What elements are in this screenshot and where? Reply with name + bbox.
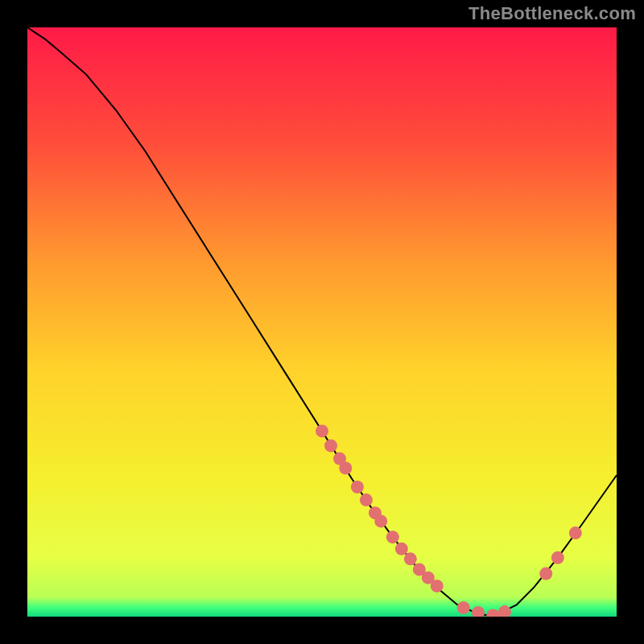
data-marker — [404, 552, 417, 565]
chart-container: TheBottleneck.com — [0, 0, 644, 644]
data-marker — [316, 424, 328, 437]
data-marker — [395, 543, 408, 555]
watermark: TheBottleneck.com — [469, 3, 636, 24]
data-marker — [386, 530, 399, 543]
data-marker — [457, 601, 470, 614]
data-marker — [324, 440, 337, 452]
data-marker — [374, 514, 387, 527]
data-marker — [351, 481, 364, 493]
data-marker — [431, 580, 444, 592]
data-marker — [539, 568, 552, 580]
data-marker — [551, 551, 564, 564]
bottleneck-curve-plot — [27, 27, 617, 617]
data-marker — [360, 493, 373, 506]
gradient-background — [27, 27, 617, 617]
data-marker — [339, 462, 352, 475]
data-marker — [569, 526, 582, 539]
